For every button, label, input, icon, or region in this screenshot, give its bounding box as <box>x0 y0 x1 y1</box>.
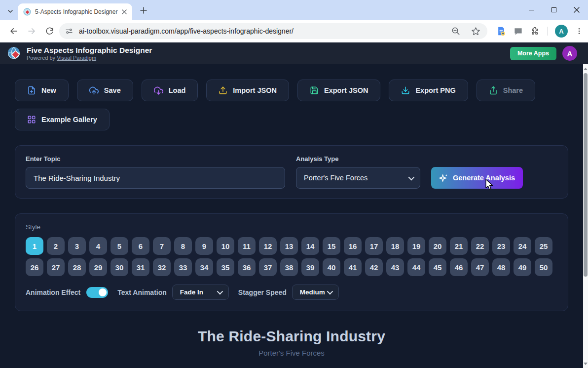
style-option-27[interactable]: 27 <box>47 258 65 276</box>
style-option-48[interactable]: 48 <box>492 258 510 276</box>
powered-by-text: Powered by <box>27 55 55 61</box>
browser-tab[interactable]: 5-Aspects Infographic Designer <box>18 3 132 20</box>
generate-analysis-label: Generate Analysis <box>453 174 515 182</box>
style-option-43[interactable]: 43 <box>386 258 404 276</box>
style-option-40[interactable]: 40 <box>323 258 340 276</box>
style-option-5[interactable]: 5 <box>110 237 128 255</box>
new-tab-button[interactable] <box>138 4 149 16</box>
style-option-16[interactable]: 16 <box>344 237 362 255</box>
style-option-50[interactable]: 50 <box>535 258 552 276</box>
extension-doc-icon[interactable] <box>496 26 506 36</box>
style-option-44[interactable]: 44 <box>407 258 425 276</box>
browser-profile-avatar[interactable]: A <box>555 25 568 38</box>
style-option-14[interactable]: 14 <box>301 237 319 255</box>
export-png-button[interactable]: Export PNG <box>389 80 468 101</box>
style-option-23[interactable]: 23 <box>492 237 510 255</box>
style-option-49[interactable]: 49 <box>514 258 531 276</box>
style-option-41[interactable]: 41 <box>344 258 362 276</box>
style-option-19[interactable]: 19 <box>407 237 425 255</box>
style-option-46[interactable]: 46 <box>450 258 468 276</box>
kebab-menu-icon[interactable] <box>575 27 583 35</box>
visual-paradigm-link[interactable]: Visual Paradigm <box>57 55 96 61</box>
style-option-22[interactable]: 22 <box>471 237 489 255</box>
style-option-3[interactable]: 3 <box>68 237 86 255</box>
load-button[interactable]: Load <box>142 80 198 101</box>
style-option-32[interactable]: 32 <box>153 258 171 276</box>
style-option-30[interactable]: 30 <box>110 258 128 276</box>
import-json-button[interactable]: Import JSON <box>206 80 289 101</box>
style-option-28[interactable]: 28 <box>68 258 86 276</box>
export-png-label: Export PNG <box>415 86 455 94</box>
style-option-31[interactable]: 31 <box>132 258 149 276</box>
style-option-9[interactable]: 9 <box>195 237 213 255</box>
style-option-12[interactable]: 12 <box>259 237 277 255</box>
save-button[interactable]: Save <box>77 80 133 101</box>
toolbar-divider <box>547 27 548 36</box>
style-option-25[interactable]: 25 <box>535 237 552 255</box>
tab-search-button[interactable] <box>4 5 16 17</box>
close-button[interactable] <box>565 0 588 20</box>
reload-button[interactable] <box>41 23 57 39</box>
site-settings-icon[interactable] <box>65 27 73 35</box>
style-option-1[interactable]: 1 <box>26 237 43 255</box>
scroll-down-icon[interactable] <box>583 360 588 367</box>
forward-button[interactable] <box>24 23 39 39</box>
user-avatar[interactable]: A <box>562 46 577 61</box>
stagger-speed-select[interactable]: Medium <box>292 285 339 300</box>
generate-analysis-button[interactable]: Generate Analysis <box>431 167 523 189</box>
style-option-8[interactable]: 8 <box>174 237 192 255</box>
zoom-out-icon[interactable] <box>451 27 460 36</box>
style-option-29[interactable]: 29 <box>89 258 107 276</box>
style-option-45[interactable]: 45 <box>429 258 446 276</box>
scroll-up-icon[interactable] <box>583 65 588 72</box>
style-option-7[interactable]: 7 <box>153 237 171 255</box>
export-json-button[interactable]: Export JSON <box>297 80 380 101</box>
more-apps-button[interactable]: More Apps <box>510 47 556 60</box>
style-option-26[interactable]: 26 <box>26 258 43 276</box>
style-option-47[interactable]: 47 <box>471 258 489 276</box>
back-button[interactable] <box>6 23 22 39</box>
style-option-4[interactable]: 4 <box>89 237 107 255</box>
style-option-33[interactable]: 33 <box>174 258 192 276</box>
style-option-20[interactable]: 20 <box>429 237 446 255</box>
bookmark-star-icon[interactable] <box>471 27 480 36</box>
style-option-13[interactable]: 13 <box>280 237 298 255</box>
style-option-38[interactable]: 38 <box>280 258 298 276</box>
style-option-2[interactable]: 2 <box>47 237 65 255</box>
animation-effect-toggle[interactable] <box>86 287 108 298</box>
style-option-24[interactable]: 24 <box>514 237 531 255</box>
address-bar[interactable]: ai-toolbox.visual-paradigm.com/app/five-… <box>59 23 487 39</box>
style-option-11[interactable]: 11 <box>238 237 256 255</box>
style-option-6[interactable]: 6 <box>132 237 149 255</box>
new-button[interactable]: New <box>15 80 69 101</box>
style-option-21[interactable]: 21 <box>450 237 468 255</box>
floppy-icon <box>310 86 319 95</box>
back-icon <box>9 27 18 36</box>
app-header: Five Aspects Infographic Designer Powere… <box>0 42 588 64</box>
maximize-button[interactable] <box>543 0 565 20</box>
style-option-34[interactable]: 34 <box>195 258 213 276</box>
style-option-15[interactable]: 15 <box>323 237 340 255</box>
url-text[interactable]: ai-toolbox.visual-paradigm.com/app/five-… <box>79 27 451 35</box>
example-gallery-button[interactable]: Example Gallery <box>15 109 110 130</box>
text-animation-select[interactable]: Fade In <box>172 285 229 300</box>
style-option-42[interactable]: 42 <box>365 258 383 276</box>
topic-input[interactable] <box>26 167 285 189</box>
style-option-39[interactable]: 39 <box>301 258 319 276</box>
extension-chat-icon[interactable] <box>514 27 523 36</box>
preview-subtitle: Porter's Five Forces <box>15 349 568 357</box>
page-scrollbar[interactable] <box>583 64 588 368</box>
style-option-18[interactable]: 18 <box>386 237 404 255</box>
style-option-36[interactable]: 36 <box>238 258 256 276</box>
extensions-puzzle-icon[interactable] <box>530 27 540 36</box>
style-panel: Style 1234567891011121314151617181920212… <box>15 213 568 311</box>
analysis-type-select[interactable]: Porter's Five Forces <box>296 167 420 189</box>
style-option-10[interactable]: 10 <box>217 237 234 255</box>
style-option-37[interactable]: 37 <box>259 258 277 276</box>
minimize-button[interactable] <box>520 0 543 20</box>
share-button[interactable]: Share <box>477 80 535 101</box>
tab-close-icon[interactable] <box>120 7 128 16</box>
style-option-35[interactable]: 35 <box>217 258 234 276</box>
style-option-17[interactable]: 17 <box>365 237 383 255</box>
scrollbar-thumb[interactable] <box>584 73 588 277</box>
